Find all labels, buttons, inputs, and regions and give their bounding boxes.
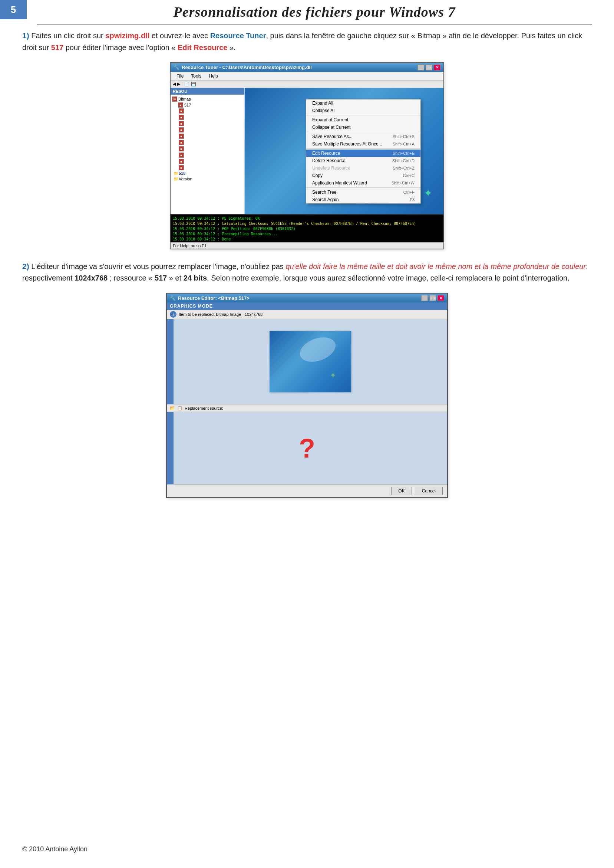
toolbar-icon-4: 💾 — [191, 82, 196, 87]
resolution-label: 1024x768 — [74, 274, 107, 282]
ctx-collapse-all-label: Collapse All — [312, 108, 336, 113]
tree-label-1: 517 — [184, 103, 191, 107]
cancel-button[interactable]: Cancel — [415, 487, 443, 495]
ctx-search-again[interactable]: Search Again F3 — [306, 196, 420, 203]
restore-button[interactable]: ▭ — [426, 65, 432, 70]
page-footer: © 2010 Antoine Ayllon — [22, 845, 87, 853]
rt-menubar: File Tools Help — [171, 72, 443, 81]
resource-editor-screenshot: 🔧 Resource Editor: <Bitmap.517> _ ▭ ✕ GR… — [166, 293, 448, 498]
ctx-search-again-shortcut: F3 — [410, 198, 414, 202]
ctx-copy-label: Copy — [312, 173, 323, 178]
rt-title-text: Resource Tuner - C:\Users\Antoine\Deskto… — [182, 65, 417, 70]
re-close-button[interactable]: ✕ — [437, 295, 444, 301]
tree-item-j[interactable]: ■ — [178, 165, 243, 171]
ctx-copy-shortcut: Ctrl+C — [403, 173, 414, 178]
re-body: ✦ 📂 📋 Replacement source: ? OK Canc — [167, 319, 447, 497]
ctx-save-multiple[interactable]: Save Multiple Resources At Once... Shift… — [306, 140, 420, 148]
ctx-search-tree-label: Search Tree — [312, 190, 336, 195]
log-line-3: 15.03.2010 09:34:12 : EOP Position: 007F… — [173, 226, 441, 232]
re-replacement-label: Replacement source: — [185, 406, 223, 411]
re-replacement-area: ? — [167, 412, 447, 484]
rt-status-text: For Help, press F1 — [173, 243, 206, 248]
close-button[interactable]: ✕ — [434, 65, 440, 70]
ctx-app-manifest[interactable]: Application Manifest Wizard Shift+Ctrl+W — [306, 179, 420, 187]
rt-tree: 🖼 Bitmap ■ 517 ■ ■ ■ ■ ■ ■ — [171, 95, 244, 183]
resource-517: 517 — [155, 274, 167, 282]
menu-file[interactable]: File — [173, 73, 187, 79]
paragraph-2-text4: » et — [167, 274, 183, 282]
page-title: Personnalisation des fichiers pour Windo… — [37, 4, 592, 20]
toolbar-icon-3: 📄 — [184, 82, 189, 87]
log-line-4: 15.03.2010 09:34:12 : Precompiling Resou… — [173, 232, 441, 237]
ctx-expand-current[interactable]: Expand at Current — [306, 116, 420, 124]
ctx-expand-current-label: Expand at Current — [312, 117, 348, 123]
replace-icon-1[interactable]: 📂 — [170, 406, 175, 411]
rt-left-panel: RESOU 🖼 Bitmap ■ 517 ■ ■ ■ ■ — [171, 88, 245, 214]
tree-item-h[interactable]: ■ — [178, 152, 243, 158]
icon-d: ■ — [179, 127, 184, 132]
tree-item-bitmap[interactable]: 🖼 Bitmap — [171, 96, 243, 102]
tree-item-c[interactable]: ■ — [178, 121, 243, 126]
tree-item-d[interactable]: ■ — [178, 127, 243, 133]
icon-f: ■ — [179, 140, 184, 145]
ctx-collapse-current[interactable]: Collapse at Current — [306, 124, 420, 131]
re-titlebar-controls: _ ▭ ✕ — [421, 295, 444, 301]
rt-statusbar: For Help, press F1 — [171, 242, 443, 249]
toolbar-icon-1: ◀ — [173, 82, 176, 87]
ctx-save-multiple-shortcut: Shift+Ctrl+A — [393, 142, 414, 146]
menu-help[interactable]: Help — [205, 73, 222, 79]
re-image-area: ✦ — [174, 319, 447, 404]
ctx-collapse-current-label: Collapse at Current — [312, 125, 350, 130]
icon-i: ■ — [179, 159, 184, 164]
ctx-delete-resource[interactable]: Delete Resource Shift+Ctrl+D — [306, 157, 420, 164]
re-desktop-thumb: ✦ — [270, 331, 351, 392]
bits-label: 24 bits — [183, 274, 207, 282]
page-title-container: Personnalisation des fichiers pour Windo… — [37, 4, 592, 25]
ctx-sep-3 — [306, 148, 420, 149]
tree-item-i[interactable]: ■ — [178, 159, 243, 164]
resource-tuner-label: Resource Tuner — [210, 31, 266, 40]
icon-c: ■ — [179, 121, 184, 126]
tree-item-a[interactable]: ■ — [178, 108, 243, 114]
cloud-shape — [297, 333, 339, 367]
tree-item-g[interactable]: ■ — [178, 146, 243, 152]
tree-item-518[interactable]: 📁 518 — [171, 171, 243, 176]
ctx-collapse-all[interactable]: Collapse All — [306, 107, 420, 114]
ctx-save-resource[interactable]: Save Resource As... Shift+Ctrl+S — [306, 133, 420, 140]
ctx-expand-all[interactable]: Expand All — [306, 100, 420, 107]
context-menu[interactable]: Expand All Collapse All Expand at Curren… — [306, 99, 421, 204]
ctx-undelete-resource[interactable]: Undelete Resource Shift+Ctrl+Z — [306, 164, 420, 172]
log-line-5: 15.03.2010 09:34:12 : Done. — [173, 237, 441, 242]
menu-tools[interactable]: Tools — [187, 73, 205, 79]
tree-item-e[interactable]: ■ — [178, 133, 243, 139]
re-minimize-button[interactable]: _ — [421, 295, 428, 301]
re-footer-buttons: OK Cancel — [167, 484, 447, 497]
log-line-1: 15.03.2010 09:34:12 : PE Signatures: OK — [173, 216, 441, 221]
tree-item-1[interactable]: ■ 517 — [171, 102, 243, 108]
tree-icon: 🖼 — [172, 96, 177, 102]
icon-h: ■ — [179, 152, 184, 158]
re-restore-button[interactable]: ▭ — [429, 295, 436, 301]
replace-icon-2[interactable]: 📋 — [177, 406, 182, 411]
ctx-edit-resource[interactable]: Edit Resource Shift+Ctrl+E — [306, 149, 420, 157]
paragraph-2: 2) L'éditeur d'image va s'ouvrir et vous… — [22, 260, 592, 284]
ctx-search-tree[interactable]: Search Tree Ctrl+F — [306, 188, 420, 196]
ctx-save-multiple-label: Save Multiple Resources At Once... — [312, 142, 382, 146]
ctx-copy[interactable]: Copy Ctrl+C — [306, 172, 420, 179]
tree-item-version[interactable]: 📁 Version — [171, 176, 243, 182]
paragraph-1-text2: et ouvrez-le avec — [149, 31, 210, 40]
rt-right-panel: ✦ Expand All Collapse All Expand at Curr… — [245, 88, 443, 214]
log-line-2: 15.03.2010 09:34:12 : Calculating Checks… — [173, 221, 441, 226]
paragraph-1: 1) Faites un clic droit sur spwizimg.dll… — [22, 30, 592, 53]
tree-item-b[interactable]: ■ — [178, 114, 243, 120]
rt-titlebar: 🔧 Resource Tuner - C:\Users\Antoine\Desk… — [171, 63, 443, 72]
ctx-app-manifest-label: Application Manifest Wizard — [312, 180, 367, 185]
ctx-edit-resource-label: Edit Resource — [312, 151, 340, 156]
win-logo: ✦ — [424, 187, 432, 199]
ok-button[interactable]: OK — [391, 487, 412, 495]
minimize-button[interactable]: _ — [417, 65, 424, 70]
rt-titlebar-controls: _ ▭ ✕ — [417, 65, 440, 70]
tree-item-f[interactable]: ■ — [178, 140, 243, 145]
re-graphics-bar: GRAPHICS MODE — [167, 302, 447, 310]
tree-518-label: 518 — [179, 171, 185, 176]
